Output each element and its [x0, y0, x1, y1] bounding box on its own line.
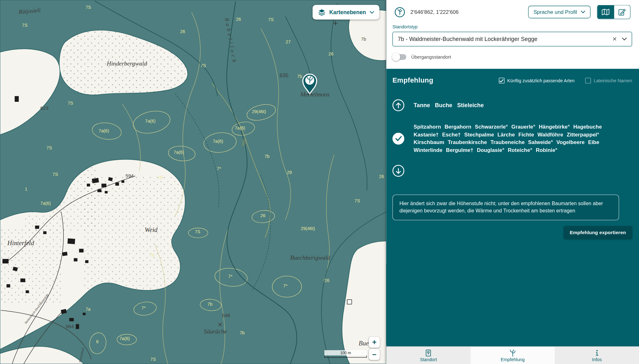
zoom-in-button[interactable]: +: [369, 337, 380, 348]
standorttyp-section: Standortstyp 7b - Waldmeister-Buchenwald…: [386, 24, 639, 69]
language-profile-button[interactable]: Sprache und Profil: [528, 6, 591, 18]
edit-icon: [618, 8, 626, 16]
tab-empfehlung-label: Empfehlung: [501, 357, 525, 362]
future-species-label: Künftig zusätzlich passende Arten: [507, 78, 575, 83]
less-suitable-row: Tanne Buche Stieleiche: [393, 99, 632, 111]
info-icon: [593, 349, 601, 356]
chevron-down-icon: [581, 11, 585, 14]
chevron-down-icon: [370, 11, 374, 14]
tree-icon: [509, 349, 516, 356]
map-layers-label: Kartenebenen: [329, 9, 366, 15]
latin-names-checkbox[interactable]: Lateinische Namen: [585, 78, 632, 84]
checkbox-unchecked-icon: [585, 78, 591, 84]
tab-bar: Standort Empfehlung Infos: [386, 346, 639, 364]
note-box: Hier ändert sich zwar die Höhenstufe nic…: [393, 195, 619, 220]
scale-bar: 100 m: [324, 350, 367, 357]
layers-icon: [318, 8, 326, 16]
zoom-out-button[interactable]: −: [369, 349, 380, 360]
checkbox-checked-icon: [499, 78, 504, 84]
scale-line: [324, 355, 367, 357]
clear-icon[interactable]: ✕: [612, 36, 617, 43]
empfehlung-panel: Empfehlung Künftig zusätzlich passende A…: [386, 69, 639, 346]
tab-infos-label: Infos: [592, 357, 602, 362]
empfehlung-title: Empfehlung: [393, 77, 433, 85]
uebergangsstandort-label: Übergangsstandort: [411, 55, 451, 60]
more-suitable-row: [393, 165, 632, 176]
tab-standort-label: Standort: [420, 357, 437, 362]
uebergangsstandort-toggle[interactable]: [393, 54, 406, 60]
arrow-up-icon: [393, 99, 404, 111]
export-button[interactable]: Empfehlung exportieren: [564, 226, 632, 239]
chevron-down-icon[interactable]: [622, 38, 627, 41]
standorttyp-select[interactable]: 7b - Waldmeister-Buchenwald mit Lockeräh…: [393, 32, 632, 47]
future-species-checkbox[interactable]: Künftig zusätzlich passende Arten: [499, 78, 574, 84]
tab-standort[interactable]: Standort: [386, 347, 470, 364]
standorttyp-label: Standortstyp: [393, 25, 632, 30]
standorttyp-value: 7b - Waldmeister-Buchenwald mit Lockeräh…: [398, 36, 612, 43]
arrow-down-icon: [393, 165, 404, 176]
coordinates: 2'646'862, 1'222'606: [411, 9, 459, 15]
tab-infos[interactable]: Infos: [555, 347, 639, 364]
map-icon: [601, 9, 610, 15]
suitable-species: Spitzahorn Bergahorn Schwarzerle° Grauer…: [414, 123, 627, 154]
map[interactable]: 7S7S7S7S7S7S7S7S7S7S7S262626262626277b7b…: [0, 0, 386, 364]
toggle-knob: [392, 53, 400, 61]
document-pin-icon: [425, 349, 432, 356]
scale-label: 100 m: [324, 350, 367, 355]
form-view-button[interactable]: [614, 5, 630, 19]
suitable-row: Spitzahorn Bergahorn Schwarzerle° Grauer…: [393, 123, 632, 154]
map-view-button[interactable]: [597, 5, 614, 19]
less-suitable-species: Tanne Buche Stieleiche: [414, 101, 484, 109]
map-layers-button[interactable]: Kartenebenen: [313, 5, 380, 20]
language-profile-label: Sprache und Profil: [534, 9, 577, 15]
side-panel: 2'646'862, 1'222'606 Sprache und Profil: [386, 0, 639, 364]
map-canvas[interactable]: [0, 0, 386, 364]
panel-header: 2'646'862, 1'222'606 Sprache und Profil: [386, 0, 639, 24]
zoom-controls: + −: [369, 337, 380, 360]
tab-empfehlung[interactable]: Empfehlung: [470, 347, 555, 364]
view-switch: [597, 5, 630, 19]
latin-names-label: Lateinische Namen: [594, 78, 632, 83]
treeapp-logo-icon: [394, 7, 405, 17]
check-circle-icon: [393, 133, 404, 144]
app: 7S7S7S7S7S7S7S7S7S7S7S262626262626277b7b…: [0, 0, 639, 364]
